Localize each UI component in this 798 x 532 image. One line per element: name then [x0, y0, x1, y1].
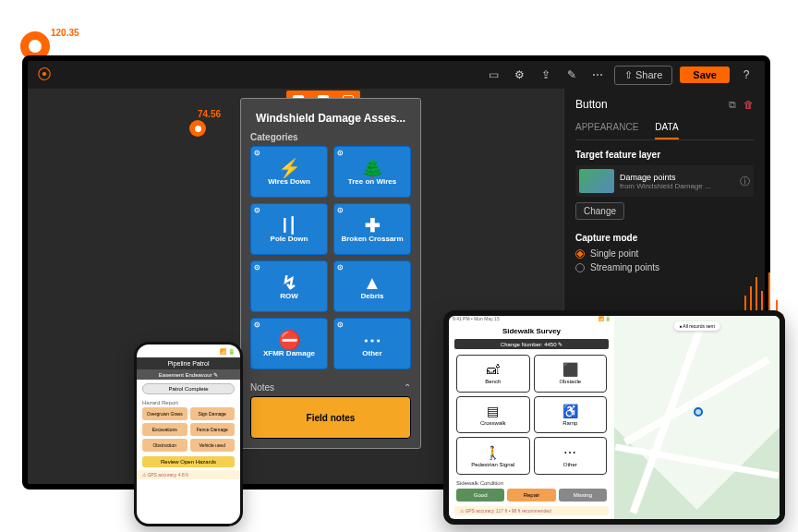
- map-sync-badge: ● All records sent: [673, 321, 720, 331]
- layer-thumbnail: [579, 169, 614, 193]
- notes-collapse-icon[interactable]: ⌃: [404, 382, 411, 393]
- edit-icon[interactable]: ✎: [562, 66, 581, 84]
- tablet-gps-status: ⚠ GPS accuracy 117 ft • 98 ft recommende…: [454, 506, 609, 515]
- layer-sub: from Windshield Damage ...: [620, 182, 734, 190]
- condition-good[interactable]: Good: [456, 489, 504, 502]
- layer-name: Damage points: [620, 173, 734, 182]
- category-debris[interactable]: ⊙▲Debris: [333, 260, 411, 312]
- capture-mode-label: Capture mode: [575, 233, 754, 243]
- category-pole-down[interactable]: ⊙〢Pole Down: [250, 203, 328, 255]
- category-other[interactable]: ⊙⋯Other: [333, 318, 411, 369]
- categories-label: Categories: [241, 132, 420, 146]
- hazard-vehicle-used[interactable]: Vehicle used: [190, 439, 236, 452]
- target-label: Target feature layer: [575, 150, 754, 160]
- decor-label-1: 120.35: [51, 28, 79, 38]
- survey-item-bench[interactable]: 🛋Bench: [456, 355, 530, 393]
- condition-repair[interactable]: Repair: [507, 489, 555, 502]
- help-icon[interactable]: ?: [737, 66, 756, 84]
- decor-circle-3: [189, 120, 206, 137]
- category-grid: ⊙⚡Wires Down⊙🌲Tree on Wires⊙〢Pole Down⊙✚…: [241, 146, 420, 379]
- review-hazards-button[interactable]: Review Open Hazards: [142, 456, 235, 467]
- map-location-dot: [694, 407, 703, 417]
- change-button[interactable]: Change: [575, 202, 624, 220]
- tablet-subtitle: Change Number: 4450 ✎: [454, 339, 609, 349]
- phone-gps-status: ⚠ GPS accuracy 4.8 ft: [137, 470, 240, 479]
- condition-row: Good Repair Missing: [449, 486, 614, 504]
- save-button[interactable]: Save: [680, 66, 730, 83]
- phone-title: Pipeline Patrol: [137, 357, 240, 369]
- device-icon[interactable]: ▭: [485, 66, 503, 84]
- tablet-map-pane[interactable]: ● All records sent: [614, 316, 780, 519]
- more-icon[interactable]: ⋯: [588, 66, 607, 84]
- hazard-fence-damage[interactable]: Fence Damage: [190, 423, 236, 436]
- tablet-form-pane: 9:41 PM • Mon May 15📶 🔋 Sidewalk Survey …: [449, 316, 614, 519]
- hazard-sign-damage[interactable]: Sign Damage: [190, 407, 236, 420]
- tab-appearance[interactable]: APPEARANCE: [575, 118, 638, 139]
- condition-label: Sidewalk Condition: [449, 478, 614, 486]
- radio-stream-label: Streaming points: [590, 262, 659, 272]
- tablet-item-grid: 🛋Bench⬛Obstacle▤Crosswalk♿Ramp🚶Pedestria…: [449, 351, 614, 478]
- hazard-excavations[interactable]: Excavations: [142, 423, 187, 436]
- category-row[interactable]: ⊙↯ROW: [250, 260, 328, 312]
- survey-item-other[interactable]: ⋯Other: [534, 437, 608, 475]
- condition-missing[interactable]: Missing: [559, 489, 607, 502]
- tablet-mockup: 9:41 PM • Mon May 15📶 🔋 Sidewalk Survey …: [443, 310, 785, 525]
- hazard-report-label: Hazard Report: [137, 398, 240, 405]
- logo-pin-icon: ⦿: [37, 66, 52, 83]
- target-layer-row: Damage points from Windshield Damage ...…: [575, 165, 754, 197]
- tablet-title: Sidewalk Survey: [449, 325, 614, 337]
- gear-icon[interactable]: ⚙: [511, 66, 529, 84]
- survey-item-ramp[interactable]: ♿Ramp: [534, 396, 608, 434]
- radio-streaming[interactable]: Streaming points: [575, 262, 754, 272]
- tablet-statusbar: 9:41 PM • Mon May 15📶 🔋: [449, 316, 614, 325]
- share-label: Share: [635, 69, 662, 80]
- decor-label-3: 74.56: [198, 109, 221, 119]
- hazard-obstruction[interactable]: Obstruction: [142, 439, 187, 452]
- radio-dot-off-icon: [575, 263, 585, 272]
- radio-dot-on-icon: [575, 249, 585, 259]
- patrol-complete-button[interactable]: Patrol Complete: [142, 383, 235, 394]
- share-button[interactable]: ⇧ Share: [614, 66, 672, 85]
- phone-mockup: 📶 🔋 Pipeline Patrol Easement Endeavour ✎…: [134, 342, 243, 526]
- hazard-overgrown-grass[interactable]: Overgrown Grass: [142, 407, 187, 420]
- field-notes-button[interactable]: Field notes: [250, 396, 411, 439]
- radio-single-label: Single point: [590, 248, 638, 259]
- info-icon[interactable]: ⓘ: [740, 175, 750, 188]
- duplicate-icon[interactable]: ⧉: [729, 99, 736, 111]
- survey-item-pedestrian-signal[interactable]: 🚶Pedestrian Signal: [456, 437, 530, 475]
- notes-label: Notes: [250, 382, 274, 393]
- upload-icon[interactable]: ⇪: [537, 66, 555, 84]
- radio-single-point[interactable]: Single point: [575, 248, 754, 259]
- survey-item-crosswalk[interactable]: ▤Crosswalk: [456, 396, 530, 434]
- panel-title: Button: [575, 98, 608, 111]
- survey-item-obstacle[interactable]: ⬛Obstacle: [534, 355, 608, 393]
- form-title: Windshield Damage Asses...: [241, 99, 420, 132]
- form-preview: Windshield Damage Asses... Categories ⊙⚡…: [240, 98, 421, 449]
- category-wires-down[interactable]: ⊙⚡Wires Down: [250, 146, 328, 198]
- phone-subtitle: Easement Endeavour ✎: [137, 369, 240, 380]
- category-xfmr-damage[interactable]: ⊙⛔XFMR Damage: [250, 318, 328, 369]
- tab-data[interactable]: DATA: [655, 118, 678, 139]
- phone-statusbar: 📶 🔋: [137, 345, 240, 357]
- hazard-grid: Overgrown GrassSign DamageExcavationsFen…: [137, 405, 240, 453]
- category-broken-crossarm[interactable]: ⊙✚Broken Crossarm: [333, 203, 411, 255]
- delete-icon[interactable]: 🗑: [744, 99, 754, 111]
- category-tree-on-wires[interactable]: ⊙🌲Tree on Wires: [333, 146, 411, 198]
- topbar: ⦿ ▭ ⚙ ⇪ ✎ ⋯ ⇧ Share Save ?: [28, 61, 765, 89]
